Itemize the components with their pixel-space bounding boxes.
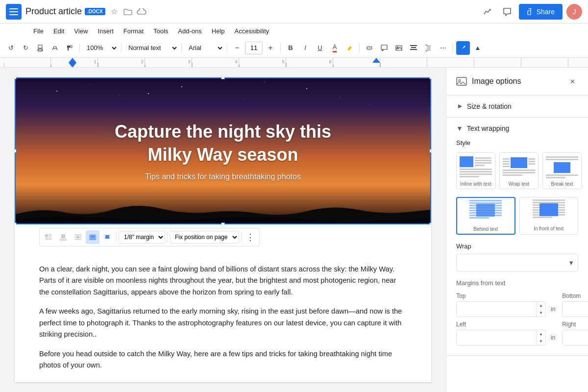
svg-rect-46 [80, 237, 81, 238]
svg-rect-62 [475, 165, 485, 166]
title-icons: ☆ [109, 7, 147, 17]
margin-top-label: Top [456, 293, 558, 299]
handle-top-mid[interactable] [221, 77, 225, 79]
image-toolbar: 1/8" margin Fix position on page ⋮ [39, 228, 260, 246]
style-infront-option[interactable]: In front of text [519, 197, 579, 235]
panel-title: Image options [456, 76, 521, 87]
margin-right-input[interactable] [563, 330, 588, 345]
spellcheck-button[interactable] [48, 41, 62, 55]
undo-button[interactable]: ↺ [4, 41, 18, 55]
img-wrap-text-button[interactable] [71, 230, 85, 244]
style-behind-option[interactable]: Behind text [456, 197, 515, 235]
margin-left-up[interactable]: ▲ [537, 330, 545, 338]
margin-top-unit: in [548, 306, 558, 313]
file-menu-addons[interactable]: Add-ons [174, 25, 205, 37]
cloud-icon[interactable] [137, 7, 147, 17]
analytics-icon[interactable] [480, 4, 495, 20]
doc-format-badge: .DOCX [85, 8, 105, 15]
app-menu-icon[interactable] [6, 4, 22, 20]
ruler: 1 2 3 4 5 6 7 [0, 58, 588, 68]
svg-rect-77 [503, 174, 522, 176]
margin-top-down[interactable]: ▼ [537, 309, 545, 317]
position-select[interactable]: Fix position on page [170, 231, 239, 244]
file-menu-tools[interactable]: Tools [149, 25, 172, 37]
line-spacing-button[interactable] [421, 41, 435, 55]
file-menu-insert[interactable]: Insert [94, 25, 118, 37]
size-rotation-header[interactable]: ▼ Size & rotation [446, 96, 588, 117]
margin-top-input[interactable] [457, 302, 536, 317]
file-menu-format[interactable]: Format [120, 25, 147, 37]
margin-left-input[interactable] [457, 330, 536, 345]
svg-rect-63 [460, 169, 492, 170]
style-behind-label: Behind text [473, 226, 498, 232]
img-wrap-inline-button[interactable] [42, 230, 55, 244]
italic-button[interactable]: I [298, 41, 312, 55]
wrap-dropdown[interactable] [456, 254, 578, 271]
file-menu-view[interactable]: View [70, 25, 92, 37]
align-button[interactable] [407, 41, 420, 55]
toolbar-divider-3 [181, 43, 182, 53]
svg-rect-39 [60, 239, 67, 240]
img-wrap-behind-button[interactable] [86, 230, 99, 244]
avatar[interactable]: J [566, 4, 582, 20]
file-menu-accessibility[interactable]: Accessibility [231, 25, 273, 37]
panel-close-button[interactable]: ✕ [566, 75, 578, 87]
paint-format-button[interactable] [63, 41, 76, 55]
folder-icon[interactable] [123, 7, 133, 17]
style-break-option[interactable]: Break text [542, 152, 582, 189]
doc-title[interactable]: Product article [25, 6, 82, 17]
font-size-decrease-button[interactable]: − [230, 41, 244, 55]
redo-button[interactable]: ↻ [19, 41, 32, 55]
font-select[interactable]: Arial [185, 42, 224, 54]
svg-marker-30 [69, 58, 76, 63]
handle-left-mid[interactable] [15, 149, 17, 153]
pen-button[interactable] [456, 41, 470, 55]
style-select[interactable]: Normal text [124, 42, 178, 54]
file-menu-edit[interactable]: Edit [49, 25, 68, 37]
handle-top-right[interactable] [429, 77, 431, 79]
style-inline-option[interactable]: Inline with text [456, 152, 495, 189]
handle-top-left[interactable] [15, 77, 17, 79]
menu-bar-left: Product article .DOCX ☆ [6, 4, 480, 20]
font-size-input[interactable] [245, 42, 263, 54]
handle-bottom-right[interactable] [429, 222, 431, 224]
margin-left-label: Left [456, 321, 558, 328]
svg-rect-7 [38, 49, 42, 51]
file-menu-file[interactable]: File [29, 25, 48, 37]
handle-bottom-left[interactable] [15, 222, 17, 224]
image-button[interactable] [392, 41, 406, 55]
comments-icon[interactable] [499, 4, 515, 20]
link-button[interactable] [363, 41, 376, 55]
expand-button[interactable]: ▲ [471, 41, 485, 55]
svg-marker-31 [69, 63, 76, 67]
handle-right-mid[interactable] [429, 149, 431, 153]
highlight-button[interactable] [343, 41, 356, 55]
paragraph-2: A few weeks ago, Sagittarius returned to… [39, 306, 407, 340]
handle-bottom-mid[interactable] [221, 222, 225, 224]
font-size-increase-button[interactable]: + [264, 41, 277, 55]
bold-button[interactable]: B [284, 41, 297, 55]
margin-bottom-input[interactable] [563, 302, 588, 317]
doc-image-container[interactable]: Capture the night sky thisMilky Way seas… [15, 77, 431, 224]
more-options-button[interactable]: ⋯ [436, 41, 450, 55]
text-wrapping-section: ▼ Text wrapping Style [446, 118, 588, 356]
style-wrap-option[interactable]: Wrap text [499, 152, 539, 189]
img-tb-more-button[interactable]: ⋮ [244, 230, 257, 244]
underline-button[interactable]: U [313, 41, 327, 55]
zoom-select[interactable]: 100% [83, 42, 118, 54]
comment-button[interactable] [377, 41, 391, 55]
text-wrapping-header[interactable]: ▼ Text wrapping [446, 118, 588, 139]
img-wrap-front-button[interactable] [100, 230, 114, 244]
share-button[interactable]: Share [519, 4, 563, 20]
file-menu-help[interactable]: Help [208, 25, 229, 37]
svg-rect-81 [546, 174, 578, 176]
margin-select[interactable]: 1/8" margin [119, 231, 165, 244]
text-color-button[interactable]: A [328, 41, 342, 55]
style-wrap-preview [502, 155, 536, 179]
img-wrap-none-button[interactable] [56, 230, 70, 244]
print-button[interactable] [33, 41, 47, 55]
star-icon[interactable]: ☆ [109, 7, 119, 17]
svg-rect-38 [61, 234, 65, 238]
margin-top-up[interactable]: ▲ [537, 302, 545, 309]
margin-left-down[interactable]: ▼ [537, 338, 545, 345]
